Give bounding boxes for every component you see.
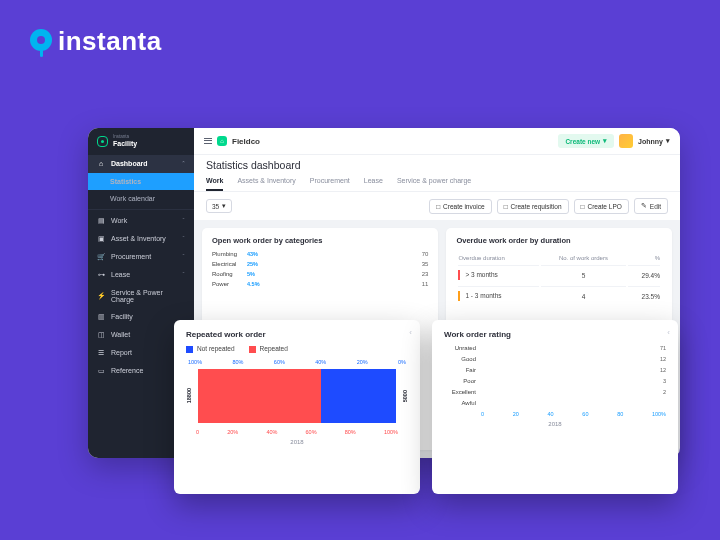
- sidebar-item-label: Reference: [111, 367, 143, 374]
- category-row: Roofing 5% 23: [212, 271, 428, 277]
- bar-track: [267, 282, 417, 287]
- category-name: Plumbing: [212, 251, 242, 257]
- logo-text: instanta: [58, 26, 162, 57]
- category-name: Power: [212, 281, 242, 287]
- col-pct: %: [628, 253, 660, 263]
- edit-button[interactable]: ✎Edit: [634, 198, 668, 214]
- bar-track: [267, 272, 417, 277]
- category-pct: 4.5%: [247, 281, 262, 287]
- card-title: Work order rating: [444, 330, 666, 339]
- legend-repeated: Repeated: [249, 345, 288, 353]
- bar-not-repeated: [198, 369, 321, 423]
- doc-icon: ▤: [97, 217, 105, 225]
- book-icon: ▭: [97, 367, 105, 375]
- category-pct: 25%: [247, 261, 262, 267]
- y-left-label: 18800: [186, 388, 192, 403]
- rating-label: Poor: [444, 378, 476, 384]
- rating-value: 71: [660, 345, 666, 351]
- sidebar-item-label: Lease: [111, 271, 130, 278]
- report-icon: ☰: [97, 349, 105, 357]
- bar-track: [267, 252, 417, 257]
- year-label: 2018: [444, 421, 666, 427]
- home-icon: ⌂: [97, 160, 105, 168]
- category-row: Power 4.5% 11: [212, 281, 428, 287]
- sidebar-item-label: Report: [111, 349, 132, 356]
- button-label: Create invoice: [443, 203, 485, 210]
- rating-value: 2: [663, 389, 666, 395]
- tab-service[interactable]: Service & power charge: [397, 177, 471, 191]
- page-title: Statistics dashboard: [206, 159, 668, 171]
- table-row: > 3 months529.4%: [458, 265, 660, 284]
- bar-track: [267, 262, 417, 267]
- sidebar-item-statistics[interactable]: Statistics: [88, 173, 194, 190]
- category-name: Electrical: [212, 261, 242, 267]
- org-name: Fieldco: [232, 137, 260, 146]
- chevron-down-icon: ˅: [182, 271, 185, 278]
- close-icon[interactable]: ‹: [409, 328, 412, 337]
- rating-row: Poor 3: [444, 378, 666, 384]
- sidebar-item-label: Facility: [111, 313, 133, 320]
- close-icon[interactable]: ‹: [667, 328, 670, 337]
- tab-lease[interactable]: Lease: [364, 177, 383, 191]
- col-duration: Overdue duration: [458, 253, 538, 263]
- rating-label: Awful: [444, 400, 476, 406]
- box-icon: ▣: [97, 235, 105, 243]
- tab-work[interactable]: Work: [206, 177, 223, 191]
- category-value: 23: [422, 271, 429, 277]
- menu-icon[interactable]: [204, 137, 212, 145]
- bolt-icon: ⚡: [97, 292, 105, 300]
- rating-value: 3: [663, 378, 666, 384]
- org-icon: ⌂: [217, 136, 227, 146]
- user-name[interactable]: Johnny▾: [638, 137, 670, 145]
- swatch-icon: [249, 346, 256, 353]
- sidebar-item-dashboard[interactable]: ⌂Dashboard˄: [88, 155, 194, 173]
- create-invoice-button[interactable]: □Create invoice: [429, 199, 492, 214]
- create-new-button[interactable]: Create new▾: [558, 134, 614, 148]
- rating-label: Unrated: [444, 345, 476, 351]
- sidebar-item-service-power[interactable]: ⚡Service & Power Charge: [88, 284, 194, 308]
- category-row: Plumbing 43% 70: [212, 251, 428, 257]
- category-pct: 5%: [247, 271, 262, 277]
- card-title: Open work order by categories: [212, 236, 428, 245]
- avatar[interactable]: [619, 134, 633, 148]
- create-requisition-button[interactable]: □Create requisition: [497, 199, 569, 214]
- create-lpo-button[interactable]: □Create LPO: [574, 199, 629, 214]
- key-icon: ⊶: [97, 271, 105, 279]
- category-value: 11: [422, 281, 429, 287]
- rating-label: Fair: [444, 367, 476, 373]
- repeated-work-card: ‹ Repeated work order Not repeated Repea…: [174, 320, 420, 494]
- tabs: Work Assets & Inventory Procurement Leas…: [206, 177, 668, 191]
- rating-label: Good: [444, 356, 476, 362]
- overdue-table: Overdue duration No. of work orders % > …: [456, 251, 662, 307]
- button-label: Create requisition: [511, 203, 562, 210]
- sidebar-item-procurement[interactable]: 🛒Procurement˅: [88, 248, 194, 266]
- tab-procurement[interactable]: Procurement: [310, 177, 350, 191]
- count-select[interactable]: 35▾: [206, 199, 232, 213]
- instanta-logo: instanta: [28, 26, 162, 57]
- button-label: Create LPO: [587, 203, 621, 210]
- card-title: Repeated work order: [186, 330, 408, 339]
- sidebar-item-label: Procurement: [111, 253, 151, 260]
- sidebar-item-label: Service & Power Charge: [111, 289, 185, 303]
- sidebar-item-label: Work: [111, 217, 127, 224]
- sidebar-item-work[interactable]: ▤Work˅: [88, 212, 194, 230]
- sidebar-item-asset-inventory[interactable]: ▣Asset & Inventory˅: [88, 230, 194, 248]
- wallet-icon: ◫: [97, 331, 105, 339]
- category-value: 35: [422, 261, 429, 267]
- building-icon: ▥: [97, 313, 105, 321]
- chevron-down-icon: ˅: [182, 235, 185, 242]
- sidebar-item-label: Asset & Inventory: [111, 235, 166, 242]
- sidebar-item-lease[interactable]: ⊶Lease˅: [88, 266, 194, 284]
- sidebar-item-label: Work calendar: [110, 195, 155, 202]
- doc-icon: □: [436, 203, 440, 210]
- brand-name: Facility: [113, 140, 137, 147]
- tab-assets[interactable]: Assets & Inventory: [237, 177, 295, 191]
- chevron-down-icon: ▾: [666, 137, 670, 145]
- sidebar-item-work-calendar[interactable]: Work calendar: [88, 190, 194, 207]
- logo-mark: [28, 29, 54, 55]
- stacked-bar: 18800 5000: [186, 369, 408, 423]
- cart-icon: 🛒: [97, 253, 105, 261]
- card-title: Overdue work order by duration: [456, 236, 662, 245]
- axis-bottom: 020%40%60%80%100%: [186, 429, 408, 435]
- marker-icon: [458, 291, 460, 301]
